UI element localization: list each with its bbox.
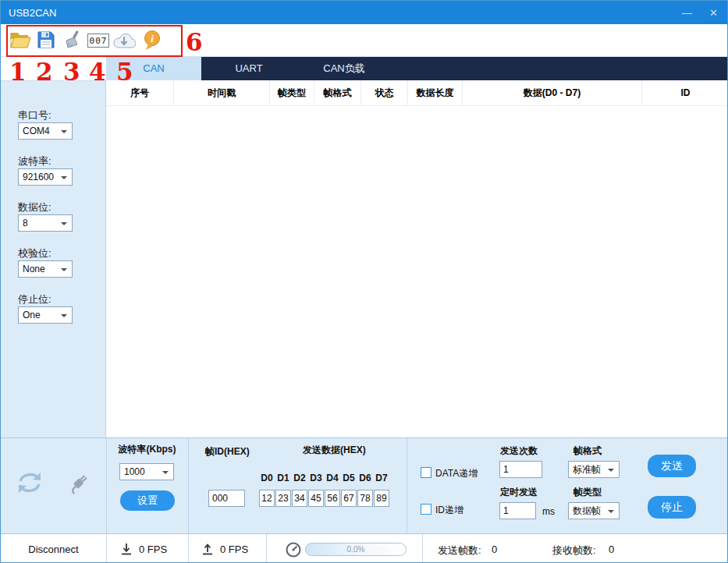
panel-divider	[188, 438, 189, 533]
send-count-input[interactable]	[499, 461, 542, 478]
cloud-download-icon	[112, 38, 136, 51]
close-button[interactable]: ✕	[709, 8, 718, 18]
svg-text:i: i	[151, 33, 154, 44]
frame-format-select[interactable]: 标准帧	[568, 461, 620, 478]
frame-id-label: 帧ID(HEX)	[205, 445, 250, 459]
column-header-index: 序号	[106, 80, 174, 105]
byte-label-d3: D3	[308, 473, 324, 483]
sent-frames-label: 发送帧数:	[438, 544, 481, 558]
status-divider	[188, 534, 189, 563]
column-header-timestamp: 时间戳	[174, 80, 270, 105]
send-count-label: 发送次数	[500, 444, 538, 458]
upload-arrow-icon	[201, 542, 215, 559]
id-increment-label: ID递增	[435, 504, 463, 517]
toolbar: 007 i	[1, 24, 727, 57]
can-baud-select[interactable]: 1000	[119, 463, 174, 480]
download-arrow-icon	[119, 542, 133, 559]
ms-unit-label: ms	[542, 506, 555, 517]
serial-port-select[interactable]: COM4	[18, 122, 73, 140]
open-file-button[interactable]	[10, 31, 31, 52]
byte-label-d6: D6	[357, 473, 373, 483]
byte-label-d2: D2	[292, 473, 307, 483]
tab-can-load[interactable]: CAN负载	[297, 57, 392, 80]
stop-bits-select[interactable]: One	[18, 306, 73, 324]
byte-label-d7: D7	[374, 473, 389, 483]
frame-type-label: 帧类型	[574, 486, 602, 499]
byte-input-d5[interactable]	[341, 490, 357, 507]
status-divider	[106, 534, 107, 563]
counter-icon: 007	[87, 34, 109, 48]
title-bar: USB2CAN — ✕	[1, 1, 727, 24]
baud-rate-select[interactable]: 921600	[18, 168, 73, 186]
refresh-ports-button[interactable]	[15, 469, 44, 499]
message-table-body	[106, 106, 728, 437]
serial-port-label: 串口号:	[18, 108, 51, 122]
byte-label-d5: D5	[341, 473, 357, 483]
parity-label: 校验位:	[18, 246, 51, 260]
app-window: USB2CAN — ✕	[0, 0, 728, 563]
sent-frames-value: 0	[492, 544, 497, 555]
id-increment-checkbox[interactable]	[421, 504, 431, 515]
tab-can[interactable]: CAN	[106, 57, 201, 80]
window-title: USB2CAN	[9, 7, 56, 19]
rx-fps-value: 0 FPS	[139, 544, 167, 555]
connect-button[interactable]	[65, 471, 91, 499]
byte-input-d1[interactable]	[275, 490, 291, 507]
firmware-download-button[interactable]	[112, 32, 136, 52]
send-data-label: 发送数据(HEX)	[303, 444, 366, 457]
can-baud-label: 波特率(Kbps)	[106, 443, 188, 456]
recv-frames-value: 0	[609, 544, 614, 555]
parity-select[interactable]: None	[18, 260, 73, 278]
info-bubble-icon: i	[143, 40, 162, 53]
tab-uart[interactable]: UART	[201, 57, 297, 80]
connection-status: Disconnect	[1, 534, 106, 563]
status-bar: Disconnect 0 FPS 0 FPS 0.0% 发送帧数: 0 接收帧数…	[1, 533, 728, 563]
data-bits-label: 数据位:	[18, 200, 51, 214]
byte-input-d2[interactable]	[292, 490, 307, 507]
about-info-button[interactable]: i	[143, 30, 162, 54]
column-header-data-length: 数据长度	[408, 80, 463, 105]
save-file-button[interactable]	[37, 30, 55, 52]
frame-id-input[interactable]	[208, 490, 245, 507]
frame-format-label: 帧格式	[574, 444, 602, 458]
panel-divider	[407, 438, 407, 533]
frame-counter-button[interactable]: 007	[87, 34, 109, 48]
byte-input-d6[interactable]	[357, 490, 373, 507]
frame-type-select[interactable]: 数据帧	[568, 502, 620, 519]
status-divider	[266, 534, 267, 563]
byte-input-d7[interactable]	[374, 490, 389, 507]
send-button[interactable]: 发送	[648, 455, 696, 477]
byte-label-d4: D4	[325, 473, 340, 483]
byte-input-d0[interactable]	[259, 490, 275, 507]
column-header-status: 状态	[361, 80, 408, 105]
tab-bar: CAN UART CAN负载	[106, 57, 728, 80]
column-header-frame-type: 帧类型	[270, 80, 314, 105]
column-header-data: 数据(D0 - D7)	[463, 80, 642, 105]
set-baud-button[interactable]: 设置	[120, 490, 175, 511]
send-control-panel: 波特率(Kbps) 1000 设置 帧ID(HEX) 发送数据(HEX) D0 …	[1, 437, 728, 533]
table-header: 序号 时间戳 帧类型 帧格式 状态 数据长度 数据(D0 - D7) ID	[106, 80, 728, 106]
data-bits-select[interactable]: 8	[18, 214, 73, 232]
stop-button[interactable]: 停止	[648, 496, 696, 519]
timed-send-input[interactable]	[499, 502, 536, 519]
column-header-id: ID	[642, 80, 728, 105]
timed-send-label: 定时发送	[500, 486, 538, 499]
column-header-frame-format: 帧格式	[314, 80, 361, 105]
baud-rate-label: 波特率:	[18, 154, 51, 168]
byte-input-d4[interactable]	[325, 490, 340, 507]
byte-label-d1: D1	[275, 473, 291, 483]
clear-button[interactable]	[63, 30, 82, 52]
data-increment-label: DATA递增	[435, 467, 478, 480]
minimize-button[interactable]: —	[682, 8, 692, 18]
status-divider	[422, 534, 423, 563]
window-controls: — ✕	[682, 1, 718, 24]
recv-frames-label: 接收帧数:	[552, 544, 596, 558]
folder-open-icon	[10, 38, 31, 51]
save-floppy-icon	[37, 38, 55, 51]
data-increment-checkbox[interactable]	[421, 467, 431, 478]
refresh-icon	[15, 485, 44, 498]
broom-icon	[63, 38, 82, 51]
byte-label-d0: D0	[259, 473, 275, 483]
gauge-icon	[285, 541, 302, 561]
byte-input-d3[interactable]	[308, 490, 324, 507]
